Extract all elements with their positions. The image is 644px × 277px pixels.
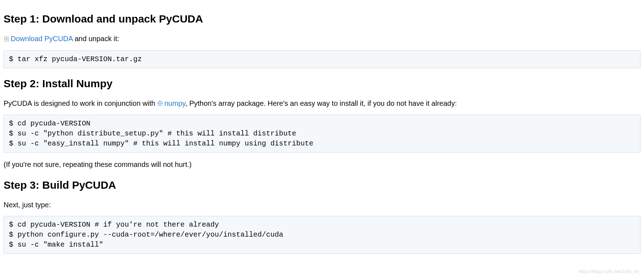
download-pycuda-link[interactable]: Download PyCUDA (11, 35, 73, 43)
step-3-intro: Next, just type: (4, 199, 640, 210)
globe-icon (157, 98, 163, 109)
download-icon (4, 34, 9, 45)
step-2-prefix: PyCUDA is designed to work in conjunctio… (4, 99, 157, 107)
step-2-code: $ cd pycuda-VERSION $ su -c "python dist… (4, 115, 640, 153)
step-1-suffix: and unpack it: (73, 35, 119, 43)
step-3-code: $ cd pycuda-VERSION # if you're not ther… (4, 216, 640, 254)
step-2-suffix: , Python's array package. Here's an easy… (185, 99, 457, 107)
step-1-heading: Step 1: Download and unpack PyCUDA (4, 11, 640, 27)
step-2-note: (If you're not sure, repeating these com… (4, 159, 640, 170)
step-1-code: $ tar xfz pycuda-VERSION.tar.gz (4, 50, 640, 68)
step-1-intro: Download PyCUDA and unpack it: (4, 33, 640, 45)
step-3-heading: Step 3: Build PyCUDA (4, 177, 640, 193)
step-2-heading: Step 2: Install Numpy (4, 75, 640, 91)
numpy-link[interactable]: numpy (164, 99, 185, 107)
step-2-intro: PyCUDA is designed to work in conjunctio… (4, 98, 640, 109)
